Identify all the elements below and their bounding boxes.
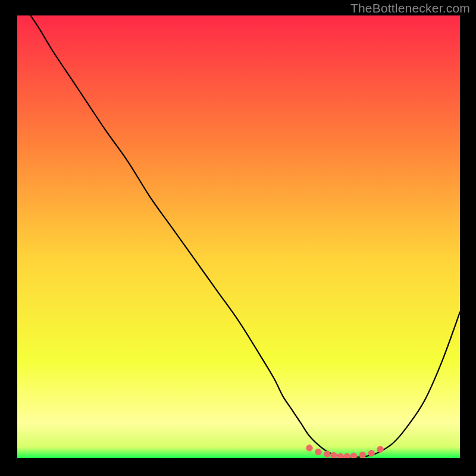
watermark-text: TheBottlenecker.com (350, 1, 470, 15)
plot-area (17, 15, 460, 458)
marker-point (344, 453, 350, 458)
marker-point (337, 453, 343, 458)
marker-point (359, 452, 365, 458)
chart-container: TheBottlenecker.com (0, 0, 476, 476)
marker-point (306, 445, 312, 451)
marker-point (368, 450, 374, 456)
marker-point (377, 446, 383, 452)
marker-point (331, 452, 337, 458)
marker-point (315, 449, 321, 455)
marker-point (350, 453, 356, 458)
marker-point (324, 451, 330, 457)
gradient-background (17, 15, 460, 458)
plot-svg (17, 15, 460, 458)
